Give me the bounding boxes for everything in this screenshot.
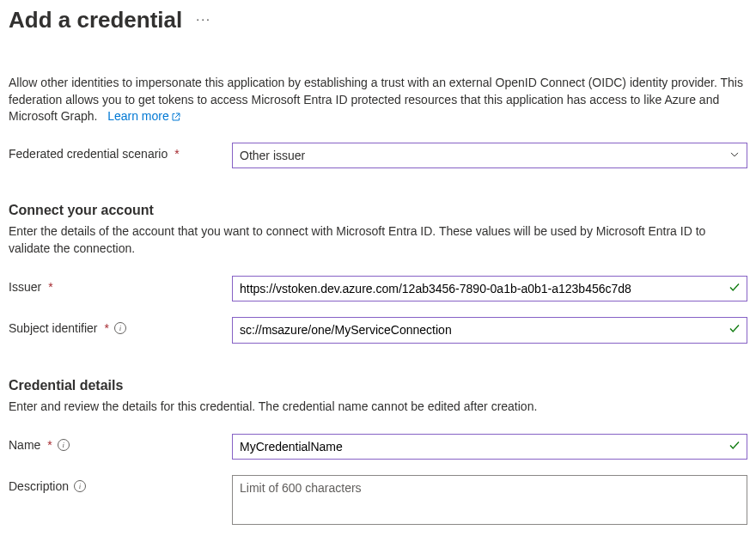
external-link-icon	[171, 110, 181, 127]
info-icon[interactable]: i	[74, 480, 86, 492]
scenario-dropdown[interactable]: Other issuer	[232, 143, 747, 168]
subject-label: Subject identifier	[9, 321, 98, 335]
details-section-title: Credential details	[9, 378, 747, 393]
subject-identifier-field[interactable]	[232, 317, 747, 343]
learn-more-label: Learn more	[107, 109, 169, 123]
details-section-sub: Enter and review the details for this cr…	[9, 399, 747, 416]
info-icon[interactable]: i	[58, 439, 70, 451]
scenario-value: Other issuer	[240, 148, 305, 163]
connect-section-title: Connect your account	[9, 203, 747, 218]
intro-paragraph: Allow other identities to impersonate th…	[9, 75, 747, 127]
info-icon[interactable]: i	[114, 322, 126, 334]
chevron-down-icon	[729, 148, 740, 163]
description-field[interactable]	[232, 475, 747, 525]
connect-section-sub: Enter the details of the account that yo…	[9, 223, 747, 257]
scenario-label: Federated credential scenario	[9, 147, 168, 161]
page-title: Add a credential	[9, 7, 182, 33]
required-indicator: *	[48, 280, 52, 294]
name-label: Name	[9, 438, 40, 452]
description-label: Description	[9, 479, 69, 493]
name-field[interactable]	[232, 434, 747, 460]
required-indicator: *	[47, 438, 52, 452]
required-indicator: *	[174, 147, 179, 161]
issuer-field[interactable]	[232, 276, 747, 301]
required-indicator: *	[105, 321, 109, 335]
issuer-label: Issuer	[9, 280, 41, 294]
more-menu[interactable]: ···	[196, 12, 211, 29]
learn-more-link[interactable]: Learn more	[107, 109, 181, 123]
